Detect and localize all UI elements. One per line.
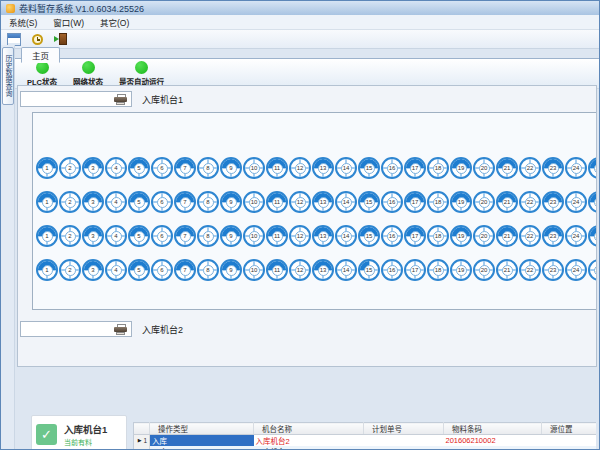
roll-indicator: 22	[519, 191, 541, 213]
roll-indicator: 25	[588, 191, 597, 213]
col-material-barcode[interactable]: 物料条码	[444, 423, 542, 435]
roll-indicator: 5	[128, 157, 150, 179]
roll-indicator: 23	[542, 225, 564, 247]
roll-indicator: 4	[105, 191, 127, 213]
roll-indicator: 24	[565, 259, 587, 281]
roll-indicator: 10	[243, 157, 265, 179]
roll-indicator: 5	[128, 225, 150, 247]
roll-indicator: 10	[243, 225, 265, 247]
printer-icon[interactable]	[114, 94, 127, 105]
row-indicator: 2	[134, 446, 150, 450]
roll-indicator: 4	[105, 225, 127, 247]
cell-machine-name[interactable]: 入库机台1	[254, 446, 364, 450]
roll-indicator: 1	[36, 157, 58, 179]
col-machine-name[interactable]: 机台名称	[254, 423, 364, 435]
roll-indicator: 16	[381, 225, 403, 247]
row-indicator-header	[134, 423, 150, 435]
roll-indicator: 8	[197, 191, 219, 213]
roll-indicator: 1	[36, 225, 58, 247]
roll-indicator: 20	[473, 157, 495, 179]
cell-material-barcode[interactable]: 201606210002	[444, 435, 542, 447]
menu-window[interactable]: 窗口(W)	[45, 16, 92, 28]
roll-indicator: 6	[151, 157, 173, 179]
roll-row: 1234567891011121314151617181920212223242…	[36, 225, 597, 247]
roll-indicator: 8	[197, 225, 219, 247]
roll-indicator: 12	[289, 157, 311, 179]
app-icon	[6, 4, 15, 13]
roll-indicator: 18	[427, 191, 449, 213]
roll-indicator: 2	[59, 157, 81, 179]
roll-indicator: 14	[335, 157, 357, 179]
station-panel: 入库机台1 1234567891011121314151617181920212…	[17, 85, 597, 367]
col-source-location[interactable]: 源位置	[542, 423, 597, 435]
status-network: 网络状态	[73, 61, 103, 87]
roll-indicator: 7	[174, 157, 196, 179]
roll-indicator: 4	[105, 259, 127, 281]
roll-indicator: 15	[358, 191, 380, 213]
roll-indicator: 14	[335, 191, 357, 213]
cell-source-location[interactable]	[542, 435, 597, 447]
cell-material-barcode[interactable]: 201606210001	[444, 446, 542, 450]
roll-indicator: 16	[381, 259, 403, 281]
roll-indicator: 24	[565, 191, 587, 213]
station1-print-box[interactable]	[20, 91, 132, 107]
machine-cards: ✓ 入库机台1 当前有料 ✓ 入库机台2 当前有料	[31, 415, 127, 450]
roll-row: 1234567891011121314151617181920212223242…	[36, 191, 597, 213]
menu-other[interactable]: 其它(O)	[92, 16, 137, 28]
status-plc: PLC状态	[27, 61, 57, 87]
roll-indicator: 20	[473, 225, 495, 247]
roll-indicator: 9	[220, 259, 242, 281]
roll-indicator: 1	[36, 191, 58, 213]
roll-indicator: 4	[105, 157, 127, 179]
cell-source-location[interactable]	[542, 446, 597, 450]
menubar: 系统(S) 窗口(W) 其它(O)	[1, 15, 599, 30]
calendar-icon[interactable]	[6, 32, 22, 46]
roll-indicator: 17	[404, 191, 426, 213]
table-row[interactable]: 2入库入库机台1201606210001	[134, 446, 597, 450]
task-panel: 操作类型 机台名称 计划单号 物料条码 源位置 ▶ 1入库入库机台2201606…	[133, 413, 596, 447]
printer-icon[interactable]	[114, 324, 127, 335]
roll-indicator: 7	[174, 191, 196, 213]
exit-icon[interactable]	[52, 32, 68, 46]
machine-card-1[interactable]: ✓ 入库机台1 当前有料	[31, 415, 127, 450]
roll-indicator: 1	[36, 259, 58, 281]
roll-indicator: 17	[404, 157, 426, 179]
task-table-wrap: 操作类型 机台名称 计划单号 物料条码 源位置 ▶ 1入库入库机台2201606…	[133, 413, 596, 450]
station2-print-box[interactable]	[20, 321, 132, 337]
check-icon: ✓	[36, 424, 57, 445]
roll-indicator: 7	[174, 259, 196, 281]
task-table-body: ▶ 1入库入库机台22016062100022入库入库机台12016062100…	[134, 435, 597, 450]
roll-indicator: 11	[266, 225, 288, 247]
window-title: 卷料暂存系统 V1.0.6034.25526	[19, 2, 144, 15]
roll-indicator: 20	[473, 259, 495, 281]
machine-card-name: 入库机台1	[64, 422, 107, 436]
tab-home[interactable]: 主页	[21, 47, 60, 63]
roll-indicator: 18	[427, 259, 449, 281]
clock-icon[interactable]	[29, 32, 45, 46]
cell-plan-number[interactable]	[364, 446, 444, 450]
roll-indicator: 19	[450, 225, 472, 247]
cell-op-type[interactable]: 入库	[150, 435, 254, 447]
table-row[interactable]: ▶ 1入库入库机台2201606210002	[134, 435, 597, 447]
table-header-row: 操作类型 机台名称 计划单号 物料条码 源位置	[134, 423, 597, 435]
roll-indicator: 14	[335, 225, 357, 247]
dock-tab-history-query[interactable]: 历史数据查询	[2, 47, 14, 105]
col-op-type[interactable]: 操作类型	[150, 423, 254, 435]
roll-indicator: 13	[312, 259, 334, 281]
roll-indicator: 5	[128, 259, 150, 281]
roll-indicator: 23	[542, 157, 564, 179]
roll-indicator: 3	[82, 259, 104, 281]
cell-machine-name[interactable]: 入库机台2	[254, 435, 364, 447]
titlebar[interactable]: 卷料暂存系统 V1.0.6034.25526	[1, 1, 599, 15]
roll-indicator: 9	[220, 225, 242, 247]
menu-system[interactable]: 系统(S)	[1, 16, 45, 28]
station1-header: 入库机台1	[18, 86, 596, 109]
cell-plan-number[interactable]	[364, 435, 444, 447]
roll-indicator: 21	[496, 225, 518, 247]
roll-indicator: 23	[542, 259, 564, 281]
roll-indicator: 19	[450, 259, 472, 281]
col-plan-number[interactable]: 计划单号	[364, 423, 444, 435]
network-status-light	[82, 61, 95, 74]
cell-op-type[interactable]: 入库	[150, 446, 254, 450]
roll-indicator: 5	[128, 191, 150, 213]
